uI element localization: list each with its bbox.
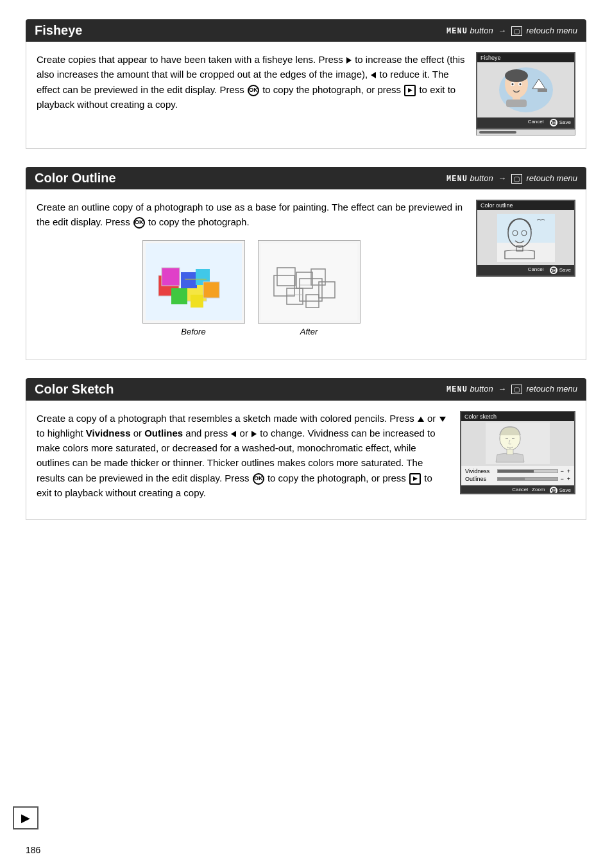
color-sketch-nav-retouch: retouch menu xyxy=(527,384,578,394)
fisheye-nav-button: button xyxy=(470,26,493,35)
color-outline-nav-menu: MENU xyxy=(446,175,468,184)
right-arrow-icon2 xyxy=(251,431,257,437)
svg-rect-21 xyxy=(261,243,357,320)
fisheye-nav-retouch: retouch menu xyxy=(527,26,578,35)
color-outline-screen-title: Color outline xyxy=(477,201,574,210)
color-sketch-nav-arrow: → xyxy=(498,384,506,394)
before-illustration xyxy=(146,243,242,320)
after-illustration xyxy=(261,243,357,320)
before-after-container: Before xyxy=(37,240,466,336)
ok-icon-sketch: OK xyxy=(253,473,264,485)
sketch-zoom-btn: Zoom xyxy=(532,487,545,494)
color-outline-nav-button: button xyxy=(470,173,493,183)
after-label: After xyxy=(300,327,318,336)
svg-point-4 xyxy=(505,69,528,82)
color-outline-save-label: Save xyxy=(559,267,571,273)
play-button-icon: ▶ xyxy=(404,85,416,96)
fisheye-screen-buttons: Cancel OK Save xyxy=(477,117,574,128)
outlines-control-row: Outlines − + xyxy=(465,476,570,482)
fisheye-indicator-bar xyxy=(476,129,575,135)
sketch-cancel-btn: Cancel xyxy=(512,487,528,494)
color-outline-body: Create an outline copy of a photograph t… xyxy=(26,189,586,360)
color-outline-nav-retouch: retouch menu xyxy=(527,173,578,183)
fisheye-paragraph: Create copies that appear to have been t… xyxy=(37,52,466,112)
color-sketch-retouch-icon: ▢ xyxy=(511,385,522,394)
fisheye-section: Fisheye MENU button → ▢ retouch menu Cre… xyxy=(26,19,586,149)
fisheye-screen-title: Fisheye xyxy=(477,53,574,62)
svg-rect-2 xyxy=(538,89,547,92)
ok-button-icon: OK xyxy=(248,85,259,96)
color-sketch-screen-image xyxy=(461,421,574,466)
sketch-ok-btn: OK Save xyxy=(549,487,571,494)
color-outline-title: Color Outline xyxy=(35,171,116,186)
sketch-save-label: Save xyxy=(559,487,571,493)
fisheye-header: Fisheye MENU button → ▢ retouch menu xyxy=(26,19,586,42)
left-arrow-icon2 xyxy=(231,431,236,437)
fisheye-illustration xyxy=(497,66,555,114)
sketch-zoom-label: Zoom xyxy=(532,487,545,492)
fisheye-screen-content xyxy=(477,65,574,115)
fisheye-retouch-icon: ▢ xyxy=(511,26,522,36)
color-sketch-header: Color Sketch MENU button → ▢ retouch men… xyxy=(26,378,586,401)
color-outline-retouch-icon: ▢ xyxy=(511,174,522,184)
color-outline-paragraph: Create an outline copy of a photograph t… xyxy=(37,200,466,230)
color-sketch-camera-screen: Color sketch xyxy=(460,411,575,494)
color-outline-nav-arrow: → xyxy=(498,173,506,183)
up-arrow-icon xyxy=(418,417,424,422)
vividness-bar xyxy=(497,469,558,473)
ok-icon-outline: OK xyxy=(133,217,145,229)
color-sketch-screen-title: Color sketch xyxy=(461,412,574,421)
vividness-range: − + xyxy=(560,468,570,474)
after-image xyxy=(258,240,361,324)
vividness-fill xyxy=(498,470,534,473)
svg-marker-20 xyxy=(184,279,207,280)
vividness-label: Vividness xyxy=(86,428,131,438)
svg-rect-10 xyxy=(506,100,527,107)
color-sketch-paragraph: Create a copy of a photograph that resem… xyxy=(37,411,450,501)
color-outline-screen-content xyxy=(477,213,574,263)
color-outline-ok-icon: OK xyxy=(550,266,557,274)
left-arrow-icon xyxy=(371,72,376,78)
outlines-bar xyxy=(497,477,558,481)
color-outline-ok-btn: OK Save xyxy=(549,266,571,274)
fisheye-ok-icon: OK xyxy=(550,119,557,126)
svg-rect-33 xyxy=(497,214,555,243)
fisheye-save-label: Save xyxy=(559,119,571,125)
outlines-label: Outlines xyxy=(144,428,183,438)
fisheye-ok-btn: OK Save xyxy=(549,119,571,126)
color-sketch-text: Create a copy of a photograph that resem… xyxy=(37,411,450,507)
outlines-fill xyxy=(498,478,525,480)
color-outline-text: Create an outline copy of a photograph t… xyxy=(37,200,466,347)
color-outline-screen-buttons: Cancel OK Save xyxy=(477,265,574,275)
color-sketch-controls: Vividness − + Outlines − + xyxy=(461,466,574,485)
fisheye-body: Create copies that appear to have been t… xyxy=(26,42,586,149)
color-sketch-nav: MENU button → ▢ retouch menu xyxy=(446,384,577,394)
color-outline-header: Color Outline MENU button → ▢ retouch me… xyxy=(26,167,586,189)
color-outline-camera-screen: Color outline xyxy=(476,200,575,277)
fisheye-level-bar xyxy=(479,131,516,134)
color-sketch-nav-button: button xyxy=(470,384,493,394)
playback-icon: ▶ xyxy=(13,806,38,829)
svg-marker-15 xyxy=(171,288,187,304)
color-sketch-section: Color Sketch MENU button → ▢ retouch men… xyxy=(26,378,586,521)
color-outline-cancel-btn: Cancel xyxy=(528,266,544,274)
svg-rect-19 xyxy=(191,295,203,308)
color-sketch-content: Create a copy of a photograph that resem… xyxy=(37,411,575,507)
fisheye-title: Fisheye xyxy=(35,23,82,38)
down-arrow-icon xyxy=(439,417,446,422)
color-sketch-illustration xyxy=(486,422,550,464)
color-sketch-screen-buttons: Cancel Zoom OK Save xyxy=(461,485,574,494)
before-item: Before xyxy=(142,240,245,336)
color-sketch-screen: Color sketch xyxy=(460,411,575,494)
before-label: Before xyxy=(181,327,205,336)
fisheye-nav-menu: MENU xyxy=(446,27,468,36)
before-image xyxy=(142,240,245,324)
outlines-range: − + xyxy=(560,476,570,482)
color-sketch-body: Create a copy of a photograph that resem… xyxy=(26,401,586,521)
sketch-ok-icon: OK xyxy=(550,487,557,494)
color-outline-section: Color Outline MENU button → ▢ retouch me… xyxy=(26,167,586,360)
svg-rect-18 xyxy=(203,282,219,298)
color-outline-nav: MENU button → ▢ retouch menu xyxy=(446,173,577,184)
play-icon-sketch: ▶ xyxy=(409,473,421,485)
fisheye-camera-screen: Fisheye xyxy=(476,52,575,129)
